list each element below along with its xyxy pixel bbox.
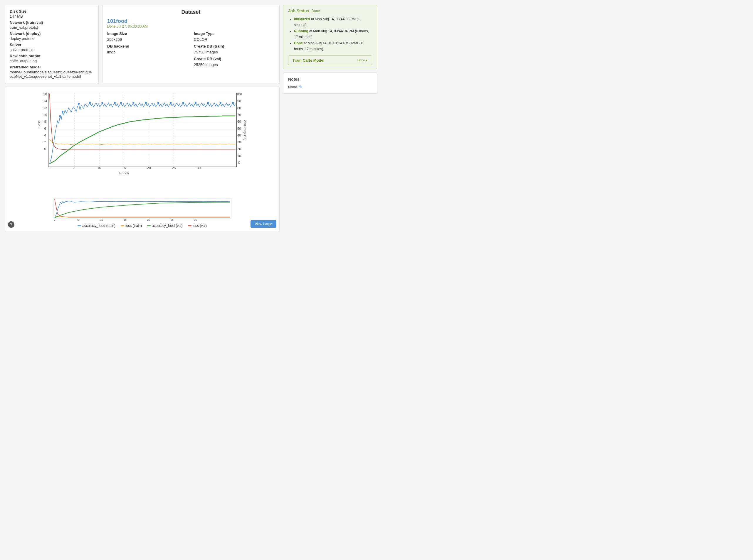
image-size-label: Image Size: [107, 32, 188, 36]
chart-legend: accuracy_food (train) loss (train) accur…: [8, 224, 276, 228]
db-backend-label: DB backend: [107, 44, 188, 48]
notes-edit-icon[interactable]: ✎: [299, 84, 303, 89]
svg-text:100: 100: [236, 92, 242, 96]
legend-dot-loss-train: [121, 225, 124, 226]
done-time: at Mon Aug 14, 10:01:24 PM (Total - 6 ho…: [294, 41, 363, 51]
svg-text:30: 30: [237, 140, 241, 144]
svg-text:15: 15: [124, 218, 127, 221]
notes-content: None ✎: [288, 84, 372, 89]
running-status: Running: [294, 29, 308, 33]
svg-text:90: 90: [237, 99, 241, 103]
svg-text:40: 40: [237, 133, 241, 137]
svg-point-50: [114, 102, 116, 104]
legend-loss-train: loss (train): [121, 224, 142, 228]
raw-caffe-label: Raw caffe output: [10, 54, 94, 58]
svg-text:16: 16: [43, 92, 47, 96]
svg-text:Accuracy (%): Accuracy (%): [244, 120, 247, 140]
create-db-train-label: Create DB (train): [194, 44, 275, 48]
svg-text:Loss: Loss: [37, 120, 41, 128]
train-button-status: Done ▾: [358, 58, 368, 62]
svg-text:10: 10: [100, 218, 103, 221]
db-backend-value: lmdb: [107, 50, 188, 54]
network-deploy-link[interactable]: deploy.prototxt: [10, 36, 94, 41]
job-event-done: Done at Mon Aug 14, 10:01:24 PM (Total -…: [294, 40, 372, 52]
dataset-status: Done Jul 27, 05:33:30 AM: [107, 24, 275, 28]
network-deploy-label: Network (deploy): [10, 32, 94, 36]
dataset-title: Dataset: [107, 9, 275, 15]
notes-title: Notes: [288, 77, 372, 82]
svg-point-60: [232, 102, 234, 104]
svg-text:70: 70: [237, 113, 241, 117]
job-event-running: Running at Mon Aug 14, 03:44:04 PM (6 ho…: [294, 28, 372, 40]
job-status-list: Initialized at Mon Aug 14, 03:44:03 PM (…: [288, 16, 372, 52]
svg-text:4: 4: [44, 133, 46, 137]
job-status-header: Job Status Done: [288, 8, 372, 13]
raw-caffe-link[interactable]: caffe_output.log: [10, 59, 94, 63]
pretrained-label: Pretrained Model: [10, 65, 94, 69]
create-db-train-value: 75750 images: [194, 50, 275, 54]
solver-link[interactable]: solver.prototxt: [10, 47, 94, 52]
svg-point-49: [101, 102, 103, 104]
svg-point-48: [89, 102, 91, 104]
job-status-badge: Done: [312, 9, 320, 13]
mini-chart-svg: 0 5 10 15 20 25 30: [8, 198, 276, 221]
legend-label-loss-val: loss (val): [193, 224, 207, 228]
svg-point-45: [59, 115, 61, 117]
svg-point-46: [62, 111, 63, 113]
svg-point-47: [78, 103, 80, 104]
svg-text:2: 2: [44, 140, 46, 144]
svg-text:20: 20: [237, 147, 241, 151]
svg-text:10: 10: [43, 113, 47, 117]
mini-chart: 0 5 10 15 20 25 30: [8, 198, 276, 221]
legend-accuracy-train: accuracy_food (train): [78, 224, 115, 228]
job-status-card: Job Status Done Initialized at Mon Aug 1…: [283, 5, 377, 69]
svg-text:Epoch: Epoch: [119, 171, 129, 175]
job-status-title: Job Status: [288, 8, 309, 13]
disk-size-value: 147 MB: [10, 14, 94, 19]
image-size-value: 256x256: [107, 37, 188, 42]
main-chart: 16 14 12 10 8 6 4 2 0 Loss 100 90 80 70: [8, 90, 276, 196]
legend-label-accuracy-val: accuracy_food (val): [152, 224, 183, 228]
solver-label: Solver: [10, 43, 94, 47]
svg-text:6: 6: [44, 126, 46, 130]
initialized-status: Initialized: [294, 17, 310, 21]
network-train-link[interactable]: train_val.prototxt: [10, 25, 94, 29]
svg-text:0: 0: [44, 147, 46, 151]
svg-text:25: 25: [171, 218, 174, 221]
train-button-label: Train Caffe Model: [292, 58, 324, 62]
svg-point-51: [120, 102, 122, 104]
help-button[interactable]: ?: [8, 221, 14, 228]
network-train-label: Network (train/val): [10, 20, 94, 25]
svg-point-53: [145, 102, 147, 104]
svg-text:20: 20: [147, 218, 150, 221]
svg-text:50: 50: [237, 126, 241, 130]
job-event-initialized: Initialized at Mon Aug 14, 03:44:03 PM (…: [294, 16, 372, 28]
image-type-label: Image Type: [194, 32, 275, 36]
train-caffe-model-button[interactable]: Train Caffe Model Done ▾: [288, 56, 372, 65]
notes-card: Notes None ✎: [283, 73, 377, 94]
dataset-details: Image Size Image Type 256x256 COLOR DB b…: [107, 32, 275, 68]
svg-point-56: [182, 102, 184, 104]
info-card: Disk Size 147 MB Network (train/val) tra…: [5, 5, 99, 83]
legend-dot-accuracy-val: [147, 225, 151, 226]
legend-label-loss-train: loss (train): [125, 224, 142, 228]
create-db-val-label: Create DB (val): [194, 57, 275, 61]
dataset-name[interactable]: 101food: [107, 18, 275, 24]
svg-text:0: 0: [54, 218, 55, 221]
svg-text:14: 14: [43, 99, 47, 103]
svg-point-57: [195, 102, 196, 104]
svg-text:5: 5: [77, 218, 79, 221]
legend-accuracy-val: accuracy_food (val): [147, 224, 183, 228]
dataset-card: Dataset 101food Done Jul 27, 05:33:30 AM…: [102, 5, 279, 83]
view-large-button[interactable]: View Large: [251, 220, 276, 228]
disk-size-label: Disk Size: [10, 9, 94, 14]
svg-point-58: [207, 102, 209, 104]
svg-text:10: 10: [237, 154, 241, 158]
svg-point-54: [157, 102, 159, 104]
pretrained-value: /home/ubuntu/models/squeez/SqueezeNet/Sq…: [10, 70, 94, 79]
notes-text: None: [288, 85, 297, 89]
svg-point-55: [170, 102, 172, 104]
svg-text:30: 30: [194, 218, 197, 221]
chart-svg: 16 14 12 10 8 6 4 2 0 Loss 100 90 80 70: [8, 90, 276, 196]
svg-text:80: 80: [237, 106, 241, 110]
